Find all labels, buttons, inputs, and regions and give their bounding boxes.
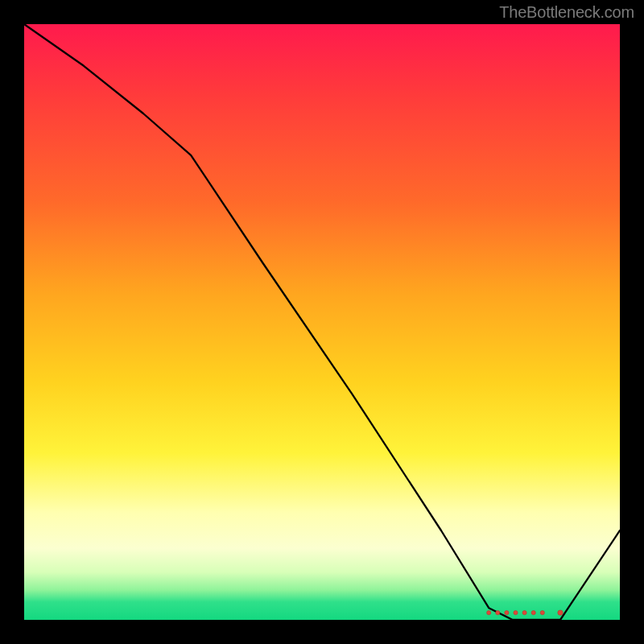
marker-dot bbox=[496, 611, 500, 615]
marker-dot bbox=[487, 611, 491, 615]
watermark-label: TheBottleneck.com bbox=[499, 3, 634, 22]
marker-dot bbox=[540, 611, 544, 615]
marker-dot bbox=[505, 611, 509, 615]
marker-dot bbox=[522, 611, 526, 615]
marker-dot bbox=[514, 611, 518, 615]
plot-area bbox=[24, 24, 620, 620]
bottleneck-curve bbox=[24, 24, 620, 620]
chart-svg bbox=[24, 24, 620, 620]
marker-dot bbox=[531, 611, 535, 615]
marker-group bbox=[487, 610, 564, 615]
chart-frame: TheBottleneck.com bbox=[0, 0, 644, 644]
marker-dot bbox=[558, 610, 563, 615]
